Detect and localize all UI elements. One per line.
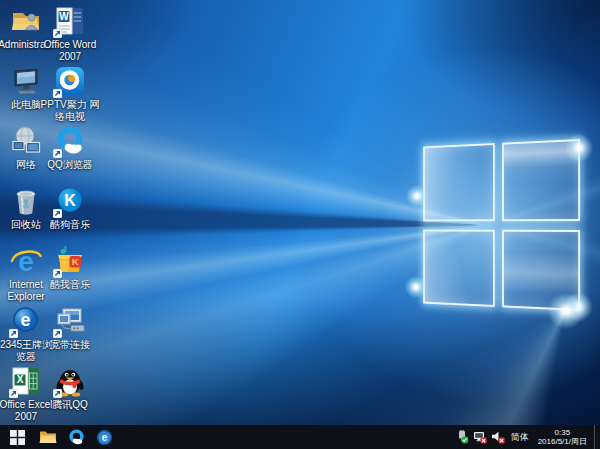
icon-label: 网络 [16,159,36,171]
qq-browser-icon [68,429,85,446]
taskbar-clock[interactable]: 0:35 2016/5/1/周日 [535,428,590,446]
icon-label: 宽带连接 [50,339,90,351]
system-tray: 简体 0:35 2016/5/1/周日 [451,425,600,449]
network-disconnected-icon[interactable] [473,430,487,444]
svg-text:K: K [64,192,76,209]
svg-text:K: K [72,256,79,267]
shortcut-arrow-icon [53,29,62,38]
qq-browser-icon [54,125,86,157]
shortcut-arrow-icon [53,329,62,338]
desktop-icon-qq-browser[interactable]: QQ浏览器 [38,125,102,171]
clock-date: 2016/5/1/周日 [538,437,587,446]
svg-text:e: e [101,432,107,443]
desktop-icon-word[interactable]: W Office Word 2007 [38,5,102,62]
kuwo-music-icon: K [54,245,86,277]
desktop-icon-kugou[interactable]: K 酷狗音乐 [38,185,102,231]
taskbar-2345-browser-button[interactable]: e [90,425,118,449]
input-language-indicator[interactable]: 简体 [509,431,531,444]
desktop-icon-kuwo[interactable]: K 酷我音乐 [38,245,102,291]
wallpaper-sparkle [545,290,587,332]
start-button[interactable] [0,425,34,449]
icon-label: 此电脑 [11,99,41,111]
show-desktop-button[interactable] [594,425,600,449]
windows-desktop-screen: Administra... 此电脑 [0,0,600,449]
shortcut-arrow-icon [53,149,62,158]
icon-label: 回收站 [11,219,41,231]
taskbar: e [0,425,600,449]
desktop-surface[interactable]: Administra... 此电脑 [0,0,600,425]
svg-text:W: W [59,11,69,22]
wallpaper-sparkle [404,183,430,209]
taskbar-qq-browser-button[interactable] [62,425,90,449]
icon-label: Office Word 2007 [44,39,96,62]
icon-label: 腾讯QQ [52,399,88,411]
safely-remove-hardware-icon[interactable] [455,430,469,444]
2345-browser-icon: e [96,429,113,446]
taskbar-file-explorer-button[interactable] [34,425,62,449]
logo-pane-top-left [423,143,494,221]
icon-label: QQ浏览器 [47,159,93,171]
shortcut-arrow-icon [53,389,62,398]
wallpaper-sparkle [563,132,596,165]
tencent-qq-penguin-icon [54,365,86,397]
wallpaper-windows-logo [423,139,580,311]
windows-logo-icon [10,430,25,445]
desktop-icon-pptv[interactable]: PPTV聚力 网 络电视 [38,65,102,122]
volume-muted-icon[interactable] [491,430,505,444]
icon-label: 酷我音乐 [50,279,90,291]
shortcut-arrow-icon [9,329,18,338]
taskbar-buttons: e [0,425,118,449]
broadband-connection-icon [54,305,86,337]
shortcut-arrow-icon [9,389,18,398]
desktop-icon-qq[interactable]: 腾讯QQ [38,365,102,411]
logo-pane-bottom-left [423,229,494,307]
icon-label: PPTV聚力 网 络电视 [41,99,100,122]
word-icon: W [54,5,86,37]
shortcut-arrow-icon [53,209,62,218]
shortcut-arrow-icon [53,89,62,98]
folder-icon [39,430,57,444]
pptv-icon [54,65,86,97]
icon-label: 酷狗音乐 [50,219,90,231]
desktop-icon-broadband[interactable]: 宽带连接 [38,305,102,351]
shortcut-arrow-icon [53,269,62,278]
svg-text:X: X [17,374,24,385]
clock-time: 0:35 [538,428,587,437]
kugou-music-icon: K [54,185,86,217]
wallpaper-sparkle [403,274,429,300]
svg-text:e: e [20,310,30,330]
